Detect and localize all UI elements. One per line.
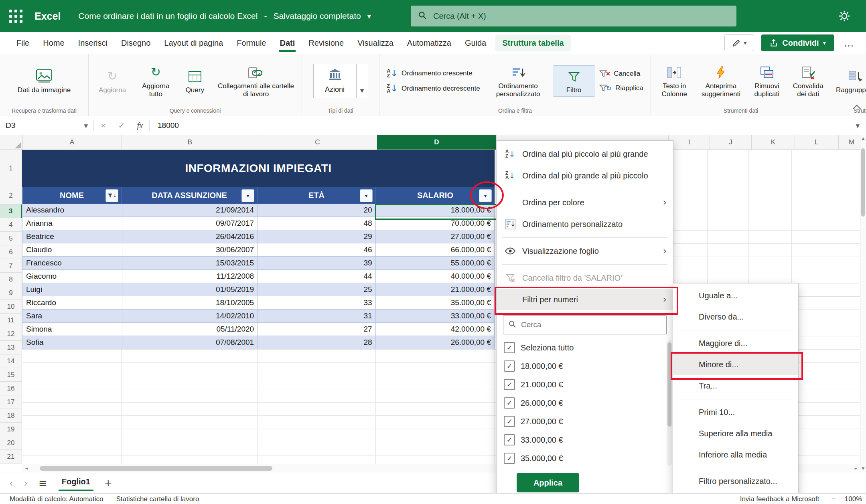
cell[interactable]: 21/09/2014 xyxy=(122,204,258,217)
cell[interactable]: 35.000,00 € xyxy=(376,296,495,310)
checkbox-checked[interactable]: ✓ xyxy=(504,360,515,372)
cell[interactable]: 44 xyxy=(258,270,375,283)
drawing-mode-button[interactable]: ▾ xyxy=(724,34,754,51)
horizontal-scroll-thumb[interactable] xyxy=(40,466,272,471)
cancel-entry-button[interactable]: × xyxy=(94,121,112,130)
workbook-links-button[interactable]: Collegamenti alle cartelle di lavoro xyxy=(213,62,299,100)
row-header-11[interactable]: 11 xyxy=(0,314,22,327)
tab-dati[interactable]: Dati xyxy=(273,32,302,54)
eta-filter-button[interactable]: ▾ xyxy=(360,189,373,202)
submenu-equals[interactable]: Uguale a... xyxy=(673,285,798,306)
share-button[interactable]: Condividi ▾ xyxy=(761,34,834,51)
checkbox-checked[interactable]: ✓ xyxy=(504,342,515,353)
previous-sheet-button[interactable]: ‹ xyxy=(10,478,13,489)
queries-button[interactable]: Query xyxy=(178,66,212,97)
filter-value-item[interactable]: ✓ 21.000,00 € xyxy=(497,375,673,394)
all-sheets-menu-icon[interactable]: ≡ xyxy=(39,477,47,489)
scroll-down-arrow[interactable]: ▼ xyxy=(860,465,866,472)
cell[interactable]: 26/04/2016 xyxy=(122,230,258,243)
filter-toggle-button[interactable]: Filtro xyxy=(553,66,595,97)
cell[interactable]: Sofia xyxy=(22,336,122,349)
row-header-18[interactable]: 18 xyxy=(0,409,22,423)
menu-sort-descending[interactable]: ZA↓ Ordina dal più grande al più piccolo xyxy=(497,165,673,186)
header-salario[interactable]: SALARIO ▾ xyxy=(376,187,495,204)
tab-home[interactable]: Home xyxy=(36,32,71,54)
cell[interactable]: 70.000,00 € xyxy=(376,217,495,230)
data-validation-button[interactable]: Convalida dei dati xyxy=(788,62,828,100)
cell[interactable]: Alessandro xyxy=(22,204,122,217)
column-header-a[interactable]: A xyxy=(22,135,122,150)
cell[interactable]: 66.000,00 € xyxy=(376,243,495,257)
tab-automatizza[interactable]: Automatizza xyxy=(400,32,458,54)
cell[interactable]: Claudio xyxy=(22,243,122,257)
cell[interactable]: 42.000,00 € xyxy=(376,323,495,336)
submenu-greater-than[interactable]: Maggiore di... xyxy=(673,333,798,354)
tab-struttura-tabella[interactable]: Struttura tabella xyxy=(495,35,570,51)
sort-ascending-button[interactable]: AZ ↓ Ordinamento crescente xyxy=(383,67,483,79)
cell[interactable]: 07/08/2001 xyxy=(122,336,258,349)
cell[interactable]: 28 xyxy=(258,336,375,349)
formula-input[interactable]: 18000 xyxy=(158,121,179,130)
submenu-not-equals[interactable]: Diverso da... xyxy=(673,306,798,328)
insert-function-button[interactable]: fx xyxy=(131,121,149,131)
row-header-13[interactable]: 13 xyxy=(0,341,22,354)
tab-layout-di-pagina[interactable]: Layout di pagina xyxy=(157,32,230,54)
expand-formula-bar-icon[interactable]: ▾ xyxy=(856,121,860,130)
cell[interactable]: 55.000,00 € xyxy=(376,257,495,270)
header-nome[interactable]: NOME ↓ xyxy=(22,187,122,204)
menu-number-filters[interactable]: Filtri per numeri › xyxy=(497,289,673,310)
tab-inserisci[interactable]: Inserisci xyxy=(71,32,114,54)
clear-filter-button[interactable]: × Cancella xyxy=(596,68,647,79)
column-header-c[interactable]: C xyxy=(258,135,377,150)
cell[interactable]: 18/10/2005 xyxy=(122,296,258,310)
more-options-button[interactable]: … xyxy=(841,37,856,49)
header-eta[interactable]: ETÀ ▾ xyxy=(258,187,376,204)
row-header-17[interactable]: 17 xyxy=(0,395,22,409)
custom-sort-button[interactable]: Ordinamento personalizzato xyxy=(484,62,552,100)
salario-filter-button[interactable]: ▾ xyxy=(479,189,492,202)
row-header-15[interactable]: 15 xyxy=(0,368,22,382)
column-header-j[interactable]: J xyxy=(710,135,752,150)
submenu-top-10[interactable]: Primi 10... xyxy=(673,402,798,423)
row-header-2[interactable]: 2 xyxy=(0,187,22,204)
row-header-7[interactable]: 7 xyxy=(0,259,22,273)
cell[interactable]: Francesco xyxy=(22,257,122,270)
checkbox-checked[interactable]: ✓ xyxy=(504,416,515,427)
workbook-statistics[interactable]: Statistiche cartella di lavoro xyxy=(116,495,199,503)
cell[interactable]: 26.000,00 € xyxy=(376,336,495,349)
vertical-scroll-thumb[interactable] xyxy=(861,148,865,217)
cell[interactable]: 33.000,00 € xyxy=(376,310,495,323)
checkbox-checked[interactable]: ✓ xyxy=(504,379,515,390)
tab-disegno[interactable]: Disegno xyxy=(114,32,157,54)
row-header-4[interactable]: 4 xyxy=(0,218,22,232)
menu-sort-ascending[interactable]: AZ↓ Ordina dal più piccolo al più grande xyxy=(497,143,673,165)
refresh-all-button[interactable]: ↻ Aggiorna tutto xyxy=(134,62,177,100)
app-launcher-button[interactable] xyxy=(0,0,31,32)
cell[interactable]: 39 xyxy=(258,257,375,270)
tab-file[interactable]: File xyxy=(10,32,36,54)
document-title[interactable]: Come ordinare i dati in un foglio di cal… xyxy=(78,11,371,21)
menu-sort-by-color[interactable]: Ordina per colore › xyxy=(497,192,673,213)
row-header-16[interactable]: 16 xyxy=(0,382,22,395)
feedback-link[interactable]: Invia feedback a Microsoft xyxy=(740,495,819,503)
filter-value-item[interactable]: ✓ 27.000,00 € xyxy=(497,412,673,431)
cell[interactable]: 33 xyxy=(258,296,375,310)
sort-descending-button[interactable]: ZA ↓ Ordinamento decrescente xyxy=(383,83,483,95)
zoom-out-button[interactable]: − xyxy=(831,494,836,504)
row-header-5[interactable]: 5 xyxy=(0,232,22,245)
cell[interactable]: 40.000,00 € xyxy=(376,270,495,283)
checkbox-checked[interactable]: ✓ xyxy=(504,397,515,409)
cell[interactable]: Riccardo xyxy=(22,296,122,310)
column-header-l[interactable]: L xyxy=(795,135,839,150)
scroll-left-arrow[interactable]: ◄ xyxy=(22,464,31,472)
cell[interactable]: 25 xyxy=(258,283,375,296)
settings-button[interactable] xyxy=(836,8,852,24)
confirm-entry-button[interactable]: ✓ xyxy=(112,121,131,130)
cell[interactable]: 05/11/2020 xyxy=(122,323,258,336)
submenu-between[interactable]: Tra... xyxy=(673,375,798,397)
name-box[interactable]: D3 ▾ xyxy=(0,116,93,135)
add-sheet-button[interactable]: + xyxy=(105,477,112,489)
row-header-6[interactable]: 6 xyxy=(0,245,22,259)
tab-formule[interactable]: Formule xyxy=(230,32,273,54)
cell[interactable]: 27 xyxy=(258,323,375,336)
